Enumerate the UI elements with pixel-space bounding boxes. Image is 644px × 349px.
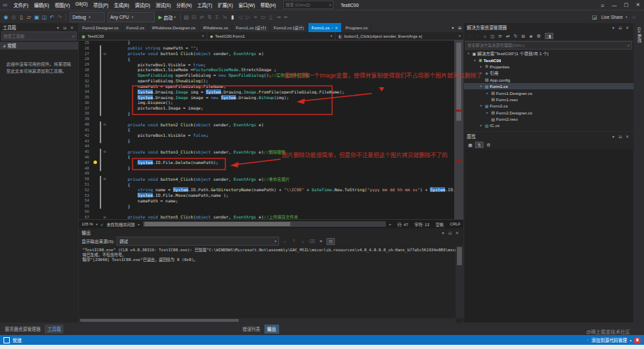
step-into-icon[interactable]: ⇅	[206, 14, 214, 20]
undo-icon[interactable]: ↶	[48, 14, 56, 20]
menu-item-调试(D)[interactable]: 调试(D)	[132, 1, 153, 8]
start-debug-button[interactable]: ▶ 启动▾	[156, 14, 178, 21]
expander-icon[interactable]: ▸	[479, 65, 484, 68]
code-line-33[interactable]: 33 namePath = openFileDialog.FileName;	[79, 84, 454, 89]
add-to-source-control-button[interactable]: 添加到源代码管理	[592, 337, 627, 343]
solution-search-input[interactable]	[466, 43, 627, 47]
quick-search[interactable]: ⌕	[283, 1, 334, 9]
menu-item-测试(S)[interactable]: 测试(S)	[153, 1, 174, 8]
code-line-45[interactable]: 45⊟ private void button3_Click(object se…	[79, 149, 454, 154]
code-line-31[interactable]: 31 OpenFileDialog openFileDialog = new O…	[79, 73, 454, 78]
pin-icon[interactable]: ⊟	[617, 134, 624, 139]
menu-item-项目(P)[interactable]: 项目(P)	[91, 1, 112, 8]
new-file-icon[interactable]: ▯	[17, 14, 25, 20]
code-line-53[interactable]: 53 System.IO.File.Move(namePath,name );	[79, 193, 454, 198]
code-line-34[interactable]: 34 System.Drawing.Image img = System.Dra…	[79, 89, 454, 94]
properties-icon[interactable]: ⚙	[535, 34, 542, 38]
lightbulb-icon[interactable]	[93, 161, 97, 164]
open-file-icon[interactable]: ▱	[25, 14, 33, 20]
tree-item-form2-designer-cs[interactable]: ▸▤Form2.Designer.cs	[464, 110, 634, 116]
tree-item-app-config[interactable]: ▤App.config	[464, 77, 634, 83]
scroll-right-icon[interactable]: ▸	[389, 223, 391, 226]
maximize-panel-icon[interactable]: ⊡	[447, 230, 454, 235]
pending-changes-filter-icon[interactable]: ⟳	[497, 34, 504, 38]
menu-item-扩展(X)[interactable]: 扩展(X)	[215, 1, 236, 8]
collapse-all-icon[interactable]: ⊟	[520, 34, 527, 38]
profiler-icon[interactable]: ▧	[183, 14, 190, 20]
git-changes-autohide-tab[interactable]: Git 更改	[636, 27, 643, 43]
tree-item-form1-cs[interactable]: ▾▦Form1.cs	[464, 83, 634, 89]
prev-bookmark-icon[interactable]: ◁	[237, 14, 244, 20]
property-pages-icon[interactable]: ⚙	[485, 142, 492, 147]
code-line-39[interactable]: 39	[79, 116, 454, 121]
uncomment-icon[interactable]: ▯	[267, 14, 275, 20]
code-line-51[interactable]: 51 {	[79, 181, 454, 187]
close-icon[interactable]: ✕	[68, 25, 75, 30]
member-dropdown[interactable]: ◧ button3_Click(object sender, EventArgs…	[336, 32, 463, 40]
back-icon[interactable]: ◦	[466, 34, 473, 38]
code-line-29[interactable]: 29 pictureBox1.Visible = true;	[79, 61, 454, 67]
expander-icon[interactable]: ▾	[466, 52, 471, 55]
tree-item-references[interactable]: ▸◈引用	[464, 70, 634, 76]
output-vertical-scrollbar[interactable]	[456, 246, 463, 318]
menu-item-窗口(W)[interactable]: 窗口(W)	[236, 1, 257, 8]
project-dropdown[interactable]: ▣ TestIC00▾	[79, 32, 207, 40]
code-line-37[interactable]: 37 pictureBox1.Image = image;	[79, 105, 454, 111]
scrollbar-thumb[interactable]	[144, 222, 290, 226]
code-line-38[interactable]: 38 }	[79, 111, 454, 117]
menu-item-帮助(H)[interactable]: 帮助(H)	[257, 1, 278, 8]
output-log[interactable]: "TestIC00.exe" (CLR v4.0.30319: TestIC00…	[79, 246, 463, 322]
editor-vertical-scrollbar[interactable]	[454, 40, 463, 220]
menu-item-文件(F)[interactable]: 文件(F)	[10, 1, 31, 8]
outdent-icon[interactable]: ⇤	[283, 14, 290, 20]
expander-icon[interactable]: ▸	[485, 111, 490, 114]
expander-icon[interactable]: ▸	[479, 124, 484, 127]
toolbox-search-input[interactable]	[2, 34, 72, 38]
pin-icon[interactable]: ⊟	[61, 25, 68, 30]
fold-marker-icon[interactable]: ⊟	[102, 122, 107, 126]
close-tab-icon[interactable]: ✕	[335, 26, 338, 30]
next-bookmark-icon[interactable]: ▷	[244, 14, 252, 20]
zoom-level-dropdown[interactable]: 105 %	[82, 222, 93, 226]
toggle-autoscroll-icon[interactable]: ⊡	[327, 238, 335, 245]
scroll-left-icon[interactable]: ◂	[137, 223, 139, 226]
pin-icon[interactable]: ▫	[331, 26, 333, 30]
code-line-54[interactable]: 54 namePath = name;	[79, 198, 454, 204]
code-line-52[interactable]: 52 string name = System.IO.Path.GetDirec…	[79, 187, 454, 193]
window-menu-icon[interactable]: ▾	[440, 230, 447, 235]
bottom-tab-输出[interactable]: 输出	[264, 325, 279, 334]
close-icon[interactable]: ✕	[624, 25, 631, 30]
solution-search[interactable]: ⌕	[465, 41, 632, 50]
menu-item-编辑(E)[interactable]: 编辑(E)	[31, 1, 52, 8]
switch-views-icon[interactable]: ◫	[489, 34, 496, 38]
code-line-26[interactable]: 26 public string namePath = "";	[79, 45, 454, 51]
navigate-forward-icon[interactable]: ◎	[10, 14, 17, 20]
bottom-tab-服务器资源管理器[interactable]: 服务器资源管理器	[2, 325, 43, 334]
preview-selected-items-icon[interactable]: ◨	[545, 33, 553, 39]
tab-Program.cs[interactable]: Program.cs	[342, 23, 372, 32]
home-icon[interactable]: ⌂	[481, 34, 488, 38]
code-line-47[interactable]: 47 System.IO.File.Delete(namePath);	[79, 160, 454, 165]
close-button[interactable]: ✕	[632, 2, 644, 8]
expander-icon[interactable]: ▾	[479, 104, 484, 107]
tree-item-solution-root[interactable]: ▾▣解决方案"TestIC00"(1 个项目/共 1 个)	[464, 50, 634, 57]
scrollbar-thumb[interactable]	[457, 247, 462, 265]
close-icon[interactable]: ✕	[454, 230, 460, 235]
feedback-icon[interactable]: ☺	[630, 14, 638, 20]
window-menu-icon[interactable]: ▾	[610, 25, 617, 30]
fold-marker-icon[interactable]: ⊟	[102, 177, 107, 181]
code-line-55[interactable]: 55 }	[79, 203, 454, 209]
code-line-40[interactable]: 40⊟ private void button2_Click(object se…	[79, 121, 454, 127]
tree-item-form2-cs[interactable]: ▾▦Form2.cs	[464, 103, 634, 109]
account-icon[interactable]: ☺	[597, 3, 608, 8]
sync-with-active-document-icon[interactable]: ⇄	[504, 34, 511, 38]
toolbox-section-general[interactable]: ◢ 常规	[0, 42, 78, 50]
code-line-35[interactable]: 35 System.Drawing.Image image = new Syst…	[79, 94, 454, 100]
bottom-tab-工具箱[interactable]: 工具箱	[45, 325, 63, 334]
indent-icon[interactable]: ⇥	[275, 14, 283, 20]
code-line-42[interactable]: 42 pictureBox1.Visible = false;	[79, 133, 454, 138]
tree-item-form1-designer-cs[interactable]: ▸▤Form1.Designer.cs	[464, 89, 634, 96]
health-status[interactable]: 未找到相关问题	[107, 221, 135, 228]
expander-icon[interactable]: ▾	[479, 84, 484, 88]
prev-message-icon[interactable]: ⇡	[290, 239, 297, 244]
